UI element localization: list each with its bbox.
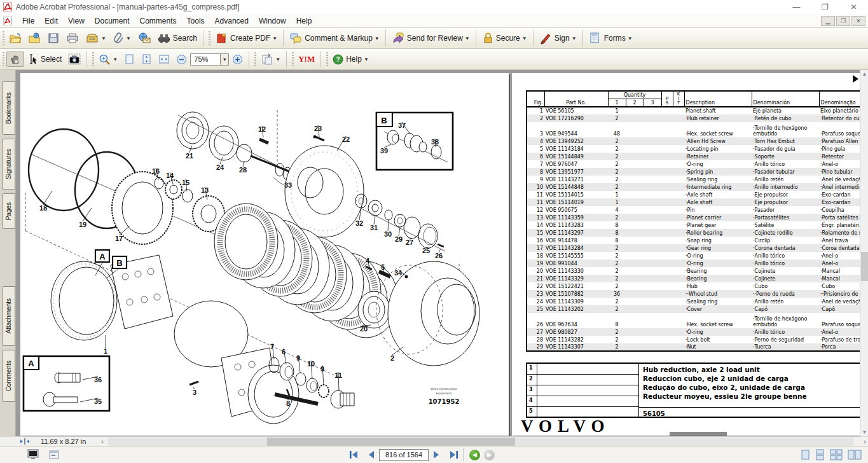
page-display-button[interactable]: ▼ (258, 52, 283, 67)
col-header-part: Part No. (544, 91, 608, 107)
credit-line-1: Volvo Construction (431, 387, 457, 390)
vertical-scrollbar[interactable]: ▲ ▼ (860, 70, 868, 436)
part-callout-number: 27 (406, 238, 413, 246)
next-page-icon[interactable] (431, 450, 441, 460)
sign-dropdown-arrow: ▼ (572, 36, 577, 41)
comment-markup-button[interactable]: Comment & Markup ▼ (287, 31, 382, 46)
zoom-out-button[interactable] (174, 53, 189, 66)
sidebar-tab-label: Attachments (5, 298, 12, 334)
menu-file[interactable]: File (17, 14, 39, 27)
email-button[interactable] (135, 31, 154, 46)
hand-tool-button[interactable] (6, 52, 24, 67)
next-view-button[interactable]: ▶ (484, 450, 495, 460)
close-button[interactable]: ✕ (839, 0, 868, 14)
col-header-q2: 2 (626, 99, 644, 107)
previous-page-icon[interactable] (366, 450, 376, 460)
scroll-right-icon[interactable]: › (864, 438, 866, 445)
sidebar-tab-attachments[interactable]: Attachments (2, 286, 15, 346)
view-toolbar: Select ▼ 75% ▼ ▼ Y!M ? Help ▼ (0, 49, 868, 70)
fit-page-icon (141, 53, 152, 65)
doc-minimize-button[interactable]: ▁ (821, 16, 835, 26)
restore-window-icon[interactable] (48, 449, 60, 460)
send-review-button[interactable]: Send for Review ▼ (389, 31, 472, 46)
magnifier-plus-icon (99, 53, 111, 66)
sidebar-tab-comments[interactable]: Comments (2, 350, 15, 402)
sidebar-tab-signatures[interactable]: Signatures (2, 139, 15, 190)
open-web-button[interactable] (25, 31, 43, 46)
restore-button[interactable]: ❐ (811, 0, 839, 14)
doc-close-button[interactable]: ✕ (851, 16, 865, 26)
attach-button[interactable]: ▼ (110, 31, 134, 46)
comment-markup-icon (289, 32, 302, 45)
horizontal-scrollbar[interactable] (108, 438, 853, 446)
menu-tools[interactable]: Tools (182, 14, 210, 27)
print-button[interactable] (64, 31, 81, 46)
part-callout-number: 20 (360, 325, 368, 333)
fullscreen-monitor-icon[interactable] (27, 449, 39, 460)
scroll-down-icon[interactable]: ▼ (860, 428, 868, 436)
title-bar: Adobe Acrobat Professional - [manual-par… (0, 0, 868, 14)
zoom-level-input[interactable]: 75% (190, 53, 221, 66)
menu-help[interactable]: Help (291, 14, 317, 27)
table-row: 23VOE 1510788236··Wheel stud··Perno de r… (527, 290, 860, 298)
menu-view[interactable]: View (63, 14, 90, 27)
zoom-in-button[interactable] (230, 53, 245, 66)
select-tool-button[interactable]: Select (25, 52, 64, 66)
comment-markup-dropdown-arrow: ▼ (375, 36, 380, 41)
help-button[interactable]: ? Help ▼ (330, 53, 371, 66)
menu-edit[interactable]: Edit (39, 14, 63, 27)
continuous-facing-layout-icon[interactable] (830, 449, 843, 460)
toolbar-separator (320, 51, 321, 67)
scroll-left-icon[interactable]: ‹ (101, 438, 104, 445)
search-button[interactable]: Search (155, 31, 200, 46)
menu-comments[interactable]: Comments (135, 14, 182, 27)
facing-layout-icon[interactable] (848, 449, 862, 460)
single-page-layout-icon[interactable] (801, 449, 810, 460)
table-row: 20VOE 111433302·Bearing·Cojinete·Mancal (527, 267, 860, 275)
horizontal-scroll-thumb[interactable] (267, 438, 515, 446)
snapshot-button[interactable] (65, 52, 83, 66)
svg-text:?: ? (336, 56, 340, 63)
part-callout-number: 13 (201, 186, 209, 194)
fit-width-button[interactable] (156, 52, 172, 66)
sidebar-tab-bookmarks[interactable]: Bookmarks (2, 81, 15, 135)
part-callout-number: 36 (94, 376, 102, 384)
create-pdf-icon (215, 32, 228, 45)
fit-page-button[interactable] (139, 52, 155, 66)
actual-size-button[interactable] (121, 52, 137, 66)
table-row: 7VOE 9760472·O-ring·Anillo tórico·Anel-o (527, 160, 860, 168)
create-pdf-button[interactable]: Create PDF ▼ (212, 31, 280, 46)
yahoo-search-button[interactable]: Y!M (296, 53, 317, 66)
send-review-icon (392, 32, 404, 45)
page-number-input[interactable]: 816 of 1564 (379, 449, 429, 461)
last-page-icon[interactable] (448, 450, 459, 460)
menu-document[interactable]: Document (90, 14, 135, 27)
menu-window[interactable]: Window (254, 14, 291, 27)
yahoo-icon: Y!M (298, 54, 315, 64)
table-row: 11VOE 151140151·Axle shaft·Eje propulsor… (527, 191, 860, 198)
vertical-scroll-thumb[interactable] (861, 252, 868, 281)
zoom-level-dropdown[interactable]: ▼ (221, 53, 229, 66)
menu-advanced[interactable]: Advanced (210, 14, 254, 27)
col-header-kit: KIT (673, 91, 684, 107)
toolbar-grip (292, 52, 294, 66)
forms-button[interactable]: Forms ▼ (586, 31, 635, 46)
continuous-layout-icon[interactable] (815, 449, 825, 460)
doc-restore-button[interactable]: ❐ (836, 16, 850, 26)
splitter-icon[interactable] (20, 438, 29, 445)
save-button[interactable] (45, 31, 62, 46)
assembly-title-es: Reduccion cubo, eje 2 unidad de carga (643, 374, 860, 383)
first-page-icon[interactable] (348, 450, 360, 460)
sign-button[interactable]: Sign ▼ (537, 31, 579, 46)
minimize-button[interactable]: — (782, 0, 811, 14)
secure-button[interactable]: Secure ▼ (479, 31, 530, 46)
scroll-up-icon[interactable]: ▲ (860, 70, 868, 78)
organizer-button[interactable]: ▼ (83, 31, 109, 46)
open-button[interactable] (6, 31, 24, 46)
sidebar-tab-pages[interactable]: Pages (2, 193, 15, 229)
help-dropdown-arrow: ▼ (364, 57, 369, 62)
zoom-in-tool-button[interactable]: ▼ (96, 52, 120, 67)
callout-leader-line (374, 216, 375, 225)
hide-pane-arrow-icon[interactable] (853, 75, 858, 83)
previous-view-button[interactable]: ◀ (469, 450, 480, 460)
